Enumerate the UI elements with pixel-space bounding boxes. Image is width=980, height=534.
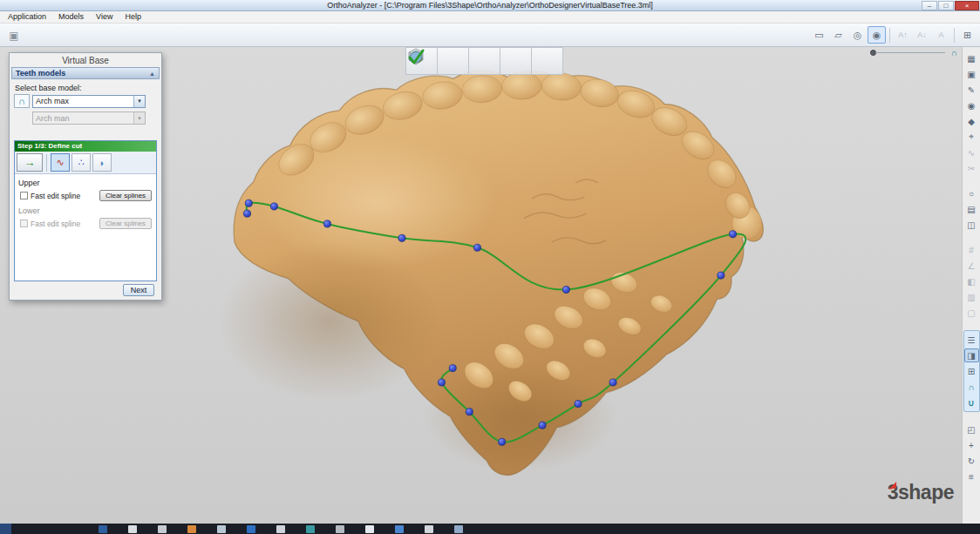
lower-label: Lower bbox=[18, 206, 156, 215]
menu-models[interactable]: Models bbox=[52, 11, 90, 23]
circle-tool-icon[interactable]: ○ bbox=[964, 186, 979, 200]
layers-icon[interactable]: ≡ bbox=[964, 470, 979, 483]
spline-control-point[interactable] bbox=[729, 231, 736, 238]
apps-grid-icon[interactable]: ⊞ bbox=[958, 26, 977, 44]
minimize-button[interactable]: – bbox=[922, 1, 937, 10]
taskbar bbox=[0, 524, 980, 534]
model-list-icon[interactable]: ▣ bbox=[964, 67, 979, 81]
paint-icon[interactable]: ✎ bbox=[964, 83, 979, 97]
next-button[interactable]: Next bbox=[123, 284, 154, 296]
spline-control-point[interactable] bbox=[270, 203, 277, 210]
arch-lower-icon[interactable]: ∪ bbox=[964, 395, 979, 409]
collapse-icon[interactable]: ▲ bbox=[149, 71, 155, 77]
spline-control-point[interactable] bbox=[499, 438, 506, 445]
taskbar-item-7[interactable] bbox=[276, 525, 285, 533]
panel-icon[interactable]: ▣ bbox=[5, 27, 23, 44]
fit-view-icon[interactable]: ◰ bbox=[964, 422, 979, 436]
spline-control-point[interactable] bbox=[243, 210, 250, 217]
side-toolbar-group: ☰◨⊞∩∪ bbox=[963, 330, 980, 412]
spline-control-point[interactable] bbox=[466, 409, 473, 416]
taskbar-item-12[interactable] bbox=[425, 525, 433, 533]
model-visibility-icon[interactable]: ∩ bbox=[951, 48, 957, 57]
spline-control-point[interactable] bbox=[562, 286, 569, 293]
spline-control-point[interactable] bbox=[438, 379, 445, 386]
dental-model[interactable] bbox=[219, 71, 764, 475]
taskbar-item-13[interactable] bbox=[454, 525, 463, 533]
taskbar-item-4[interactable] bbox=[187, 525, 196, 533]
list-view-icon[interactable]: ☰ bbox=[964, 333, 979, 347]
text-down-icon[interactable]: A↓ bbox=[913, 26, 931, 44]
taskbar-item-8[interactable] bbox=[306, 525, 315, 533]
measure-icon[interactable]: # bbox=[964, 243, 979, 257]
taskbar-item-1[interactable] bbox=[99, 525, 107, 533]
spline-control-point[interactable] bbox=[609, 379, 616, 386]
spline-control-point[interactable] bbox=[245, 199, 252, 206]
menu-view[interactable]: View bbox=[90, 11, 119, 23]
fast-edit-spline-upper-checkbox[interactable] bbox=[20, 192, 28, 199]
mirror-tool-icon[interactable]: ◫ bbox=[964, 218, 979, 232]
taskbar-item-10[interactable] bbox=[365, 525, 374, 533]
approve-step-icon[interactable] bbox=[531, 47, 563, 75]
panel-title: Virtual Base bbox=[10, 53, 161, 67]
taskbar-item-6[interactable] bbox=[247, 525, 255, 533]
start-button[interactable] bbox=[0, 524, 11, 534]
cut-tool-icon[interactable]: ✂ bbox=[964, 161, 979, 175]
taskbar-item-11[interactable] bbox=[395, 525, 404, 533]
menu-application[interactable]: Application bbox=[2, 11, 52, 23]
grid-section-icon[interactable]: ▥ bbox=[964, 290, 979, 304]
spline-points-tool-icon[interactable]: ∴ bbox=[71, 153, 91, 172]
menu-help[interactable]: Help bbox=[119, 11, 147, 23]
rotate-view-icon[interactable]: ↻ bbox=[964, 454, 979, 468]
close-button[interactable]: × bbox=[955, 1, 979, 10]
text-flat-icon[interactable]: A bbox=[932, 26, 950, 44]
teeth-models-header[interactable]: Teeth models ▲ bbox=[11, 67, 160, 79]
base-model-select[interactable]: Arch max ▾ bbox=[32, 95, 146, 108]
taskbar-item-5[interactable] bbox=[217, 525, 226, 533]
model-opacity-slider[interactable]: ∩ bbox=[870, 48, 957, 58]
side-toolbar-group: ▦▣✎◉◆⌖∿✂ bbox=[964, 51, 979, 176]
spline-control-point[interactable] bbox=[323, 220, 330, 227]
dropdown-arrow-icon[interactable]: ▾ bbox=[133, 96, 145, 107]
virtual-base-panel: Virtual Base Teeth models ▲ Select base … bbox=[9, 52, 162, 301]
green-model-step-icon[interactable] bbox=[437, 47, 469, 75]
next-step-arrow-icon[interactable]: → bbox=[17, 153, 43, 172]
gray-model-step-icon[interactable] bbox=[468, 47, 500, 75]
spline-control-point[interactable] bbox=[718, 272, 725, 279]
maximize-button[interactable]: □ bbox=[938, 1, 954, 10]
secondary-model-value: Arch man bbox=[36, 114, 70, 123]
spline-control-point[interactable] bbox=[539, 422, 546, 429]
taskbar-item-2[interactable] bbox=[128, 525, 137, 533]
surface-tool-icon[interactable]: ◗ bbox=[92, 153, 112, 172]
note-icon[interactable]: ▭ bbox=[810, 26, 828, 44]
text-up-icon[interactable]: A↑ bbox=[894, 26, 912, 44]
angle-icon[interactable]: ∠ bbox=[964, 259, 979, 273]
slider-track[interactable] bbox=[875, 52, 945, 53]
wave-tool-icon[interactable]: ∿ bbox=[964, 145, 979, 159]
arch-upper-icon[interactable]: ∩ bbox=[964, 380, 979, 394]
upper-label: Upper bbox=[18, 179, 156, 187]
pan-view-icon[interactable]: + bbox=[964, 438, 979, 452]
blue-model-step-icon[interactable] bbox=[500, 47, 532, 75]
chat-icon[interactable]: ▱ bbox=[829, 26, 847, 44]
split-view-icon[interactable]: ⊞ bbox=[964, 364, 979, 378]
clear-splines-upper-button[interactable]: Clear splines bbox=[99, 190, 152, 201]
clear-splines-lower-button: Clear splines bbox=[99, 218, 152, 229]
slice-tool-icon[interactable]: ▤ bbox=[964, 202, 979, 216]
view-cube-icon[interactable]: ▦ bbox=[964, 51, 979, 65]
spline-control-point[interactable] bbox=[449, 365, 456, 372]
spline-control-point[interactable] bbox=[473, 244, 480, 251]
gem-tool-icon[interactable]: ◆ bbox=[964, 114, 979, 128]
target-icon[interactable]: ⌖ bbox=[964, 130, 979, 144]
edit-spline-tool-icon[interactable]: ∿ bbox=[51, 153, 70, 172]
toolbar-separator bbox=[889, 28, 890, 43]
copy-view-icon[interactable]: ▢ bbox=[964, 306, 979, 320]
sphere-tool-icon[interactable]: ◉ bbox=[964, 98, 979, 112]
capture-icon[interactable]: ◉ bbox=[868, 26, 886, 44]
compare-view-icon[interactable]: ◨ bbox=[964, 348, 979, 362]
taskbar-item-3[interactable] bbox=[158, 525, 167, 533]
globe-icon[interactable]: ◎ bbox=[848, 26, 867, 44]
spline-control-point[interactable] bbox=[575, 400, 582, 407]
taskbar-item-9[interactable] bbox=[336, 525, 344, 533]
half-section-icon[interactable]: ◧ bbox=[964, 274, 979, 288]
spline-control-point[interactable] bbox=[398, 234, 405, 241]
